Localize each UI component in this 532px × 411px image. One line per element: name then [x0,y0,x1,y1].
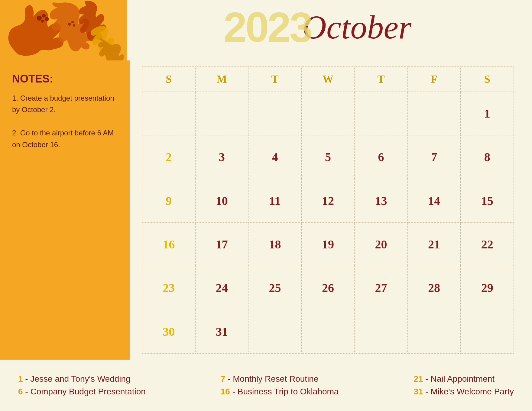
event-item: 6 - Company Budget Presentation [18,387,146,396]
calendar-table: SMTWTFS 12345678910111213141516171819202… [142,66,514,354]
event-item: 16 - Business Trip to Oklahoma [221,387,339,396]
title-area: 2023 October [127,0,532,48]
svg-point-5 [68,23,71,26]
calendar-cell: 16 [142,222,196,266]
calendar-cell: 22 [461,222,514,266]
calendar-cell: 8 [461,135,514,179]
day-header: S [461,67,514,92]
day-header: S [142,67,196,92]
svg-point-7 [73,24,75,27]
month-text: October [302,11,411,44]
events-column-1: 1 - Jesse and Tony's Wedding6 - Company … [18,369,146,402]
calendar-cell: 21 [407,222,461,266]
event-number: 7 [221,374,225,383]
event-item: 31 - Mike's Welcome Party [414,387,514,396]
calendar-cell: 7 [407,135,461,179]
calendar-cell: 20 [355,222,408,266]
page: 2023 October NOTES: 1. Create a budget p… [0,0,532,411]
svg-point-4 [41,20,44,23]
svg-point-6 [71,21,74,23]
calendar-cell: 6 [355,135,408,179]
calendar-area: SMTWTFS 12345678910111213141516171819202… [130,60,514,360]
calendar-cell [407,92,461,135]
notes-title: NOTES: [12,73,118,85]
calendar-cell: 17 [195,222,248,266]
calendar-cell: 25 [248,266,302,310]
sidebar: NOTES: 1. Create a budget presentation b… [0,60,130,360]
note-item-2: 2. Go to the airport before 6 AM on Octo… [12,127,118,150]
calendar-cell [301,310,355,353]
calendar-cell [301,92,355,135]
calendar-cell: 11 [248,179,302,222]
notes-text: 1. Create a budget presentation by Octob… [12,92,118,150]
event-item: 1 - Jesse and Tony's Wedding [18,374,146,384]
events-column-3: 21 - Nail Appointment31 - Mike's Welcome… [414,369,514,402]
calendar-cell [461,310,514,353]
calendar-cell [248,92,302,135]
calendar-cell: 15 [461,179,514,222]
calendar-cell [355,92,408,135]
svg-point-1 [37,16,42,21]
calendar-cell [355,310,408,353]
calendar-cell: 26 [301,266,355,310]
day-header: F [407,67,461,92]
event-number: 1 [18,374,23,383]
calendar-cell [142,92,196,135]
main-content: NOTES: 1. Create a budget presentation b… [0,60,532,360]
calendar-cell: 31 [195,310,248,353]
calendar-cell: 19 [301,222,355,266]
leaf-decoration [0,0,127,60]
calendar-cell: 27 [355,266,408,310]
calendar-cell: 28 [407,266,461,310]
calendar-cell: 1 [461,92,514,135]
calendar-cell: 29 [461,266,514,310]
calendar-cell: 30 [142,310,196,353]
calendar-cell [407,310,461,353]
calendar-cell: 10 [195,179,248,222]
svg-point-3 [45,17,49,21]
calendar-cell: 3 [195,135,248,179]
calendar-cell: 13 [355,179,408,222]
calendar-cell: 4 [248,135,302,179]
calendar-cell [248,310,302,353]
day-header: W [301,67,355,92]
calendar-cell: 2 [142,135,196,179]
year-text: 2023 [223,6,311,48]
events-column-2: 7 - Monthly Reset Routine16 - Business T… [221,369,339,402]
note-item-1: 1. Create a budget presentation by Octob… [12,92,118,116]
calendar-cell: 12 [301,179,355,222]
event-number: 6 [18,387,23,396]
event-number: 21 [414,374,423,383]
calendar-cell: 23 [142,266,196,310]
event-number: 31 [414,387,423,396]
calendar-cell: 5 [301,135,355,179]
day-header: T [248,67,302,92]
events-footer: 1 - Jesse and Tony's Wedding6 - Company … [0,360,532,411]
svg-point-2 [42,14,46,18]
event-item: 21 - Nail Appointment [414,374,514,384]
calendar-cell: 18 [248,222,302,266]
event-number: 16 [221,387,230,396]
event-item: 7 - Monthly Reset Routine [221,374,339,384]
calendar-cell: 14 [407,179,461,222]
day-header: M [195,67,248,92]
calendar-cell [195,92,248,135]
calendar-cell: 9 [142,179,196,222]
calendar-cell: 24 [195,266,248,310]
header: 2023 October [0,0,532,60]
day-header: T [355,67,408,92]
